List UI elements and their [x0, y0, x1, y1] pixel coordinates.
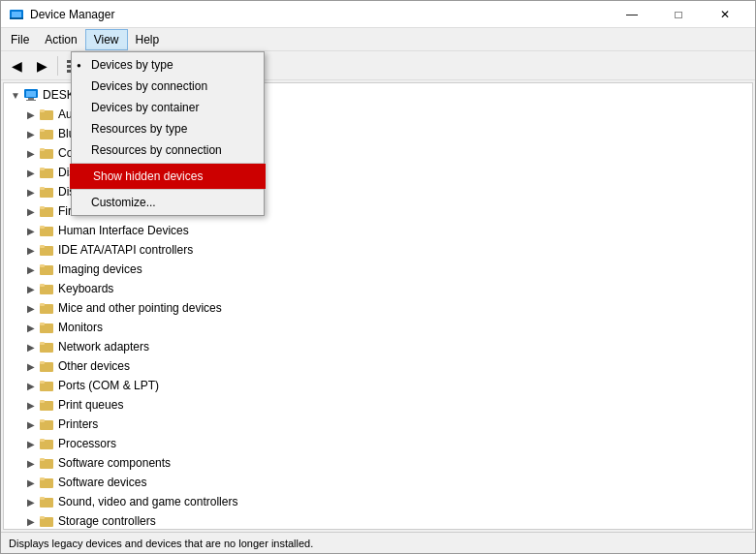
tree-item-ideata[interactable]: ▶ IDE ATA/ATAPI controllers [4, 240, 752, 260]
menu-devices-by-connection[interactable]: Devices by connection [72, 76, 264, 97]
window-controls: — □ ✕ [610, 1, 747, 28]
menu-file[interactable]: File [3, 29, 37, 50]
software-devices-label: Software devices [58, 476, 146, 489]
keyboards-folder-icon [39, 281, 54, 296]
bluetooth-expand-icon[interactable]: ▶ [23, 126, 39, 141]
tree-item-software-devices[interactable]: ▶ Software devices [4, 473, 752, 492]
root-expand-icon[interactable]: ▼ [8, 87, 23, 103]
menu-resources-by-connection[interactable]: Resources by connection [72, 139, 264, 161]
svg-rect-9 [26, 100, 36, 101]
tree-item-printers[interactable]: ▶ Printers [4, 415, 752, 434]
sound-folder-icon [39, 494, 54, 509]
status-text: Displays legacy devices and devices that… [9, 538, 313, 549]
software-devices-expand-icon[interactable]: ▶ [23, 475, 39, 490]
tree-item-mice[interactable]: ▶ Mice and other pointing devices [4, 298, 752, 318]
menu-view[interactable]: View [85, 29, 128, 50]
view-dropdown-menu: Devices by type Devices by connection De… [71, 51, 265, 216]
tree-item-network[interactable]: ▶ Network adapters [4, 337, 752, 356]
storage-expand-icon[interactable]: ▶ [23, 513, 39, 529]
firmware-expand-icon[interactable]: ▶ [23, 203, 39, 219]
menu-action[interactable]: Action [37, 29, 84, 50]
svg-rect-20 [40, 187, 45, 190]
ideata-expand-icon[interactable]: ▶ [23, 242, 39, 258]
sound-expand-icon[interactable]: ▶ [23, 494, 39, 509]
processors-expand-icon[interactable]: ▶ [23, 436, 39, 451]
keyboards-label: Keyboards [58, 282, 113, 295]
mice-folder-icon [39, 300, 54, 316]
imaging-label: Imaging devices [58, 262, 142, 276]
tree-item-storage[interactable]: ▶ Storage controllers [4, 511, 752, 530]
svg-rect-26 [40, 245, 45, 248]
printq-label: Print queues [58, 398, 123, 412]
svg-rect-2 [10, 17, 23, 19]
toolbar-forward-button[interactable]: ▶ [30, 54, 53, 77]
svg-rect-44 [40, 419, 45, 422]
toolbar-back-button[interactable]: ◀ [5, 54, 28, 77]
tree-item-imaging[interactable]: ▶ Imaging devices [4, 260, 752, 279]
svg-rect-30 [40, 284, 45, 287]
display-expand-icon[interactable]: ▶ [23, 184, 39, 200]
svg-rect-12 [40, 109, 45, 112]
software-components-expand-icon[interactable]: ▶ [23, 455, 39, 471]
human-expand-icon[interactable]: ▶ [23, 223, 39, 238]
tree-item-human[interactable]: ▶ Human Interface Devices [4, 221, 752, 240]
keyboards-expand-icon[interactable]: ▶ [23, 281, 39, 296]
svg-rect-28 [40, 264, 45, 267]
disk-expand-icon[interactable]: ▶ [23, 165, 39, 180]
tree-item-monitors[interactable]: ▶ Monitors [4, 318, 752, 337]
tree-item-processors[interactable]: ▶ Processors [4, 434, 752, 453]
tree-item-sound[interactable]: ▶ Sound, video and game controllers [4, 492, 752, 511]
svg-rect-54 [40, 516, 45, 519]
other-expand-icon[interactable]: ▶ [23, 358, 39, 374]
processors-label: Processors [58, 437, 116, 450]
display-folder-icon [39, 184, 54, 200]
tree-item-software-components[interactable]: ▶ Software components [4, 453, 752, 473]
human-label: Human Interface Devices [58, 224, 189, 237]
maximize-button[interactable]: □ [656, 1, 701, 28]
menu-resources-by-type[interactable]: Resources by type [72, 118, 264, 139]
ports-expand-icon[interactable]: ▶ [23, 378, 39, 393]
menu-customize[interactable]: Customize... [72, 192, 264, 213]
imaging-expand-icon[interactable]: ▶ [23, 262, 39, 277]
ideata-label: IDE ATA/ATAPI controllers [58, 243, 193, 257]
svg-rect-34 [40, 323, 45, 325]
monitors-expand-icon[interactable]: ▶ [23, 320, 39, 335]
tree-item-ports[interactable]: ▶ Ports (COM & LPT) [4, 376, 752, 395]
computer-expand-icon[interactable]: ▶ [23, 145, 39, 161]
tree-item-printq[interactable]: ▶ Print queues [4, 395, 752, 415]
device-manager-window: Device Manager — □ ✕ File Action View He… [0, 0, 756, 554]
printers-label: Printers [58, 417, 98, 431]
tree-item-other[interactable]: ▶ Other devices [4, 356, 752, 376]
processors-folder-icon [39, 436, 54, 451]
svg-rect-42 [40, 400, 45, 403]
other-label: Other devices [58, 359, 130, 373]
svg-rect-1 [12, 12, 21, 17]
storage-label: Storage controllers [58, 514, 156, 528]
svg-rect-14 [40, 129, 45, 132]
svg-rect-22 [40, 206, 45, 209]
minimize-button[interactable]: — [610, 1, 654, 28]
menu-show-hidden-devices[interactable]: Show hidden devices [72, 166, 264, 187]
tree-item-keyboards[interactable]: ▶ Keyboards [4, 279, 752, 298]
root-computer-icon [23, 87, 39, 103]
svg-rect-50 [40, 477, 45, 480]
printq-folder-icon [39, 397, 54, 413]
audio-expand-icon[interactable]: ▶ [23, 107, 39, 122]
svg-rect-24 [40, 226, 45, 229]
other-folder-icon [39, 358, 54, 374]
human-folder-icon [39, 223, 54, 238]
printq-expand-icon[interactable]: ▶ [23, 397, 39, 413]
close-button[interactable]: ✕ [703, 1, 747, 28]
printers-expand-icon[interactable]: ▶ [23, 416, 39, 432]
mice-expand-icon[interactable]: ▶ [23, 300, 39, 316]
svg-rect-46 [40, 439, 45, 442]
svg-rect-8 [28, 98, 34, 100]
menu-devices-by-type[interactable]: Devices by type [72, 54, 264, 76]
network-folder-icon [39, 339, 54, 354]
menu-help[interactable]: Help [128, 29, 168, 50]
imaging-folder-icon [39, 262, 54, 277]
menu-devices-by-container[interactable]: Devices by container [72, 97, 264, 118]
svg-rect-36 [40, 342, 45, 345]
network-expand-icon[interactable]: ▶ [23, 339, 39, 354]
printers-folder-icon [39, 416, 54, 432]
